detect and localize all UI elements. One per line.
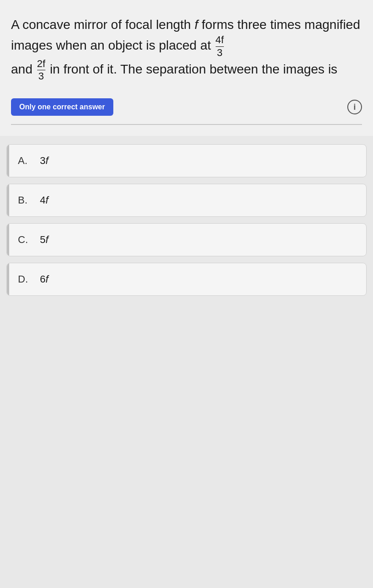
option-d[interactable]: D. 6f <box>6 263 367 296</box>
answer-type-badge: Only one correct answer <box>11 98 113 116</box>
option-c-label: C. <box>18 234 32 246</box>
option-c-value: 5f <box>40 234 48 246</box>
fraction1-numerator: 4f <box>216 34 224 46</box>
option-a-label: A. <box>18 155 32 167</box>
option-b[interactable]: B. 4f <box>6 184 367 217</box>
options-container: A. 3f B. 4f C. 5f D. 6f <box>0 136 373 296</box>
info-icon[interactable]: i <box>347 100 362 114</box>
section-divider <box>11 124 362 125</box>
option-d-value: 6f <box>40 273 48 285</box>
fraction2-denominator: 3 <box>39 70 44 82</box>
fraction2: 2f3 <box>37 58 45 82</box>
option-a[interactable]: A. 3f <box>6 144 367 177</box>
question-text-part1: A concave mirror of focal length <box>11 17 195 32</box>
fraction1: 4f3 <box>216 34 224 58</box>
question-text-part4: in front of it. The separation between t… <box>46 62 338 76</box>
question-container: A concave mirror of focal length f forms… <box>0 0 373 136</box>
badge-row: Only one correct answer i <box>11 98 362 116</box>
option-b-value: 4f <box>40 194 48 206</box>
fraction2-numerator: 2f <box>37 58 45 70</box>
question-text: A concave mirror of focal length f forms… <box>11 15 362 82</box>
question-italic-f: f <box>195 17 198 32</box>
option-d-label: D. <box>18 273 32 285</box>
fraction1-denominator: 3 <box>217 47 223 58</box>
question-text-part3: and <box>11 62 36 76</box>
option-b-label: B. <box>18 194 32 206</box>
option-a-value: 3f <box>40 155 48 167</box>
option-c[interactable]: C. 5f <box>6 223 367 256</box>
